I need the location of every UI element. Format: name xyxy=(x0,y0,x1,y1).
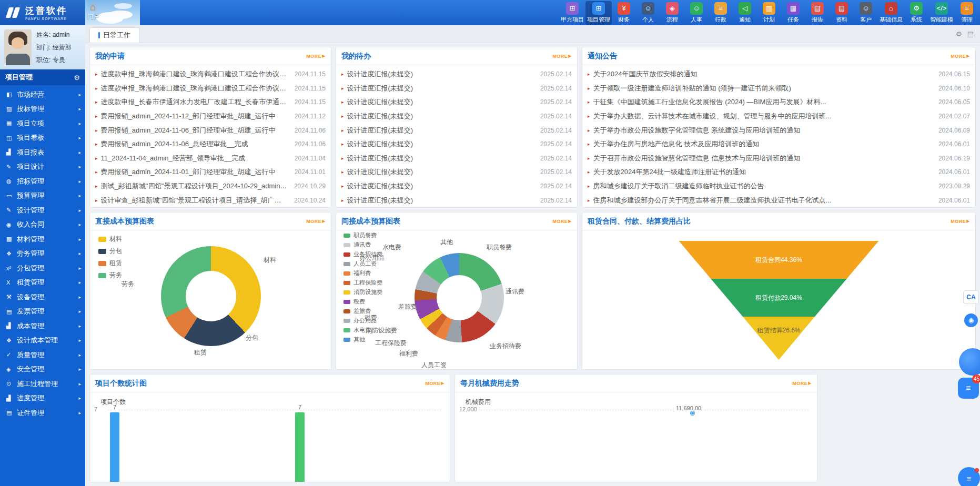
top-nav-item[interactable]: ▤ 报告 xyxy=(805,1,830,25)
sidebar-menu-item[interactable]: ❖ 劳务管理 ▸ xyxy=(0,247,85,261)
sidebar-menu-item[interactable]: ◉ 收入合同 ▸ xyxy=(0,218,85,232)
more-link[interactable]: MORE▶ xyxy=(306,54,326,59)
todo-list-item[interactable]: ▸ 设计进度汇报(未提交) 2025.02.14 xyxy=(341,82,572,96)
sidebar-menu-item[interactable]: ◈ 安全管理 ▸ xyxy=(0,362,85,377)
sidebar-menu-item[interactable]: ▟ 进度管理 ▸ xyxy=(0,391,85,406)
top-nav-item[interactable]: ≡ 行政 xyxy=(709,1,733,25)
top-nav-item[interactable]: ¥ 财务 xyxy=(612,1,636,25)
sidebar-menu-item[interactable]: ✎ 项目设计 ▸ xyxy=(0,160,85,175)
service-button[interactable]: ◉ xyxy=(964,313,978,327)
legend-item[interactable]: 税费 xyxy=(343,298,382,306)
layout-icon[interactable]: ▤ xyxy=(967,30,974,38)
top-nav-item[interactable]: ☺ 人事 xyxy=(684,1,709,25)
ca-login-button[interactable]: CA xyxy=(963,290,979,304)
sidebar-menu-item[interactable]: ▤ 发票管理 ▸ xyxy=(0,305,85,319)
feedback-button[interactable]: ≡ xyxy=(958,467,980,486)
todo-list-item[interactable]: ▸ 设计进度汇报(未提交) 2025.02.14 xyxy=(341,151,572,166)
more-link[interactable]: MORE▶ xyxy=(792,381,812,386)
legend-item[interactable]: 福利费 xyxy=(343,269,382,277)
todo-list-item[interactable]: ▸ 设计进度汇报(未提交) 2025.02.14 xyxy=(341,67,572,82)
sidebar-menu-item[interactable]: ❖ 设计成本管理 ▸ xyxy=(0,333,85,348)
top-nav-item[interactable]: ☺ 客户 xyxy=(854,1,878,25)
todo-list-item[interactable]: ▸ 设计进度汇报(未提交) 2025.02.14 xyxy=(341,165,572,179)
application-list-item[interactable]: ▸ 费用报销_admin_2024-11-12_部门经理审批_胡建_运行中 20… xyxy=(95,109,326,124)
sidebar-menu-item[interactable]: X 租赁管理 ▸ xyxy=(0,276,85,290)
sidebar-menu-item[interactable]: ✎ 设计管理 ▸ xyxy=(0,203,85,218)
top-nav-item[interactable]: ⊞ 项目管理 xyxy=(585,1,612,25)
legend-item[interactable]: 劳务 xyxy=(98,271,122,280)
legend-item[interactable]: 职员餐费 xyxy=(343,231,382,239)
notice-list-item[interactable]: ▸ 住房和城乡建设部办公厅关于同意吉林省开展二级建造师执业证书电子化试点... … xyxy=(588,193,970,207)
more-link[interactable]: MORE▶ xyxy=(951,54,970,59)
more-link[interactable]: MORE▶ xyxy=(552,54,572,59)
todo-list-item[interactable]: ▸ 设计进度汇报(未提交) 2025.02.14 xyxy=(341,109,572,124)
todo-list-item[interactable]: ▸ 设计进度汇报(未提交) 2025.02.14 xyxy=(341,193,572,207)
sidebar-menu-item[interactable]: ▟ 项目报表 ▸ xyxy=(0,145,85,160)
application-list-item[interactable]: ▸ 测试_彭祖新城"四馆"景观工程设计项目_2024-10-29_admin_结… xyxy=(95,179,326,194)
application-list-item[interactable]: ▸ 进度款申报_长春市伊通河水力发电厂改建工程_长春市伊通河水力发电... 20… xyxy=(95,95,326,109)
application-list-item[interactable]: ▸ 11_2024-11-04_admin_经营部_领导审批__完成 2024.… xyxy=(95,151,326,166)
more-link[interactable]: MORE▶ xyxy=(425,381,444,386)
top-nav-item[interactable]: ⚙ 系统 xyxy=(904,1,928,25)
menu-item-label: 收入合同 xyxy=(17,220,76,229)
sidebar-menu-item[interactable]: ⊙ 施工过程管理 ▸ xyxy=(0,377,85,391)
legend-item[interactable]: 材料 xyxy=(98,235,122,244)
application-list-item[interactable]: ▸ 设计审查_彭祖新城"四馆"景观工程设计项目_请选择_胡广生_2024-10-… xyxy=(95,193,326,207)
application-list-item[interactable]: ▸ 费用报销_admin_2024-11-06_部门经理审批_胡建_运行中 20… xyxy=(95,123,326,137)
application-list-item[interactable]: ▸ 进度款申报_珠海鹤港口建设_珠海鹤港口建设工程合作协议书_admin_...… xyxy=(95,82,326,96)
application-list-item[interactable]: ▸ 费用报销_admin_2024-11-01_部门经理审批_胡建_运行中 20… xyxy=(95,165,326,179)
sidebar-menu-item[interactable]: ▨ 投标管理 ▸ xyxy=(0,102,85,117)
sidebar-menu-item[interactable]: ▭ 预算管理 ▸ xyxy=(0,189,85,204)
legend-item[interactable]: 通讯费 xyxy=(343,241,382,249)
sidebar-menu-item[interactable]: ▟ 成本管理 ▸ xyxy=(0,319,85,333)
notice-list-item[interactable]: ▸ 关于举办市政公用设施数字化管理信息 系统建设与应用培训班的通知 2024.0… xyxy=(588,123,970,137)
notice-list-item[interactable]: ▸ 关于2024年国庆节放假安排的通知 2024.06.15 xyxy=(588,67,970,82)
legend-item[interactable]: 分包 xyxy=(98,247,122,256)
chat-button[interactable]: ≡ 45 xyxy=(958,378,979,399)
sidebar-menu-item[interactable]: ▦ 项目立项 ▸ xyxy=(0,116,85,131)
notice-list-item[interactable]: ▸ 房和城乡建设厅关于取消二级建造师临时执业证书的公告 2023.08.29 xyxy=(588,179,970,194)
notice-list-item[interactable]: ▸ 关于召开市政公用设施智慧化管理信息 信息技术与应用培训班的通知 2024.0… xyxy=(588,151,970,166)
sidebar-menu-item[interactable]: ◍ 招标管理 ▸ xyxy=(0,174,85,189)
application-list-item[interactable]: ▸ 进度款申报_珠海鹤港口建设_珠海鹤港口建设工程合作协议书_admin_...… xyxy=(95,67,326,82)
notice-list-item[interactable]: ▸ 于征集《中国建筑施工行业信息化发展报告 (2024) —BIM应用与发展》材… xyxy=(588,95,970,109)
top-nav-item[interactable]: ☺ 个人 xyxy=(636,1,660,25)
legend-item[interactable]: 工程保险费 xyxy=(343,279,382,287)
portal-nav-item[interactable]: ⌂ 门户 xyxy=(87,2,99,21)
todo-list-item[interactable]: ▸ 设计进度汇报(未提交) 2025.02.14 xyxy=(341,123,572,137)
item-date: 2025.02.14 xyxy=(540,155,572,162)
sidebar-menu-item[interactable]: ✓ 质量管理 ▸ xyxy=(0,348,85,362)
todo-list-item[interactable]: ▸ 设计进度汇报(未提交) 2025.02.14 xyxy=(341,95,572,109)
sidebar-menu-item[interactable]: ▩ 材料管理 ▸ xyxy=(0,232,85,247)
top-nav-item[interactable]: ◈ 流程 xyxy=(660,1,684,25)
sidebar-menu-item[interactable]: ◫ 项目看板 ▸ xyxy=(0,131,85,146)
top-nav-item[interactable]: ▥ 计划 xyxy=(757,1,781,25)
sidebar-menu-item[interactable]: ▤ 证件管理 ▸ xyxy=(0,406,85,420)
top-nav-item[interactable]: ◁ 通知 xyxy=(733,1,757,25)
todo-list-item[interactable]: ▸ 设计进度汇报(未提交) 2025.02.14 xyxy=(341,179,572,194)
more-link[interactable]: MORE▶ xyxy=(306,219,326,224)
application-list-item[interactable]: ▸ 费用报销_admin_2024-11-06_总经理审批__完成 2024.1… xyxy=(95,137,326,151)
notice-list-item[interactable]: ▸ 关于举办大数据、云计算技术在城市建设、规划、管理与服务中的应用培训班... … xyxy=(588,109,970,124)
top-nav-item[interactable]: ▤ 资料 xyxy=(830,1,854,25)
settings-icon[interactable]: ⚙ xyxy=(956,30,962,38)
notice-list-item[interactable]: ▸ 关于领取一级注册建造师培训补贴的通知 (须持一建证书前来领取) 2024.0… xyxy=(588,82,970,96)
notice-list-item[interactable]: ▸ 关于举办住房与房地产信息化 技术及应用培训班的通知 2024.06.01 xyxy=(588,137,970,151)
more-link[interactable]: MORE▶ xyxy=(552,219,572,224)
top-nav-item[interactable]: ⊞ 甲方项目 xyxy=(559,1,585,25)
todo-list-item[interactable]: ▸ 设计进度汇报(未提交) 2025.02.14 xyxy=(341,137,572,151)
top-nav-item[interactable]: ≡ 管理 xyxy=(955,1,979,25)
item-date: 2024.11.15 xyxy=(295,70,326,78)
legend-item[interactable]: 租赁 xyxy=(98,259,122,268)
gear-icon[interactable]: ⚙ xyxy=(74,74,80,82)
notice-list-item[interactable]: ▸ 关于发放2024年第24批一级建造师注册证书的通知 2024.06.01 xyxy=(588,165,970,179)
sidebar-menu-item[interactable]: ⚒ 设备管理 ▸ xyxy=(0,290,85,305)
top-nav-item[interactable]: ⌂ 基础信息 xyxy=(878,1,904,25)
sidebar-menu-item[interactable]: ◧ 市场经营 ▸ xyxy=(0,87,85,102)
top-nav-item[interactable]: </> 智能建模 xyxy=(928,1,955,25)
legend-item[interactable]: 消防设施费 xyxy=(343,288,382,296)
top-nav-item[interactable]: ▦ 任务 xyxy=(781,1,805,25)
sidebar-menu-item[interactable]: x² 分包管理 ▸ xyxy=(0,261,85,276)
more-link[interactable]: MORE▶ xyxy=(951,219,970,224)
tab-daily-work[interactable]: 日常工作 xyxy=(89,27,139,43)
